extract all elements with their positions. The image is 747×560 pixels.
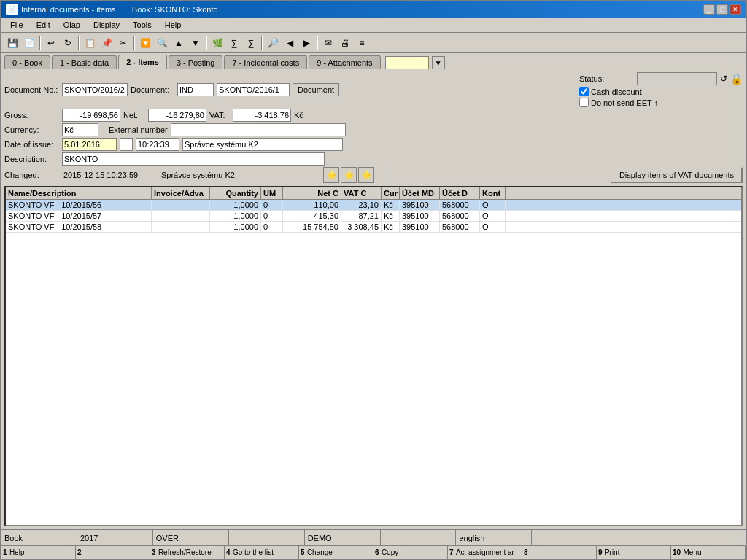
tb-find-next[interactable]: ▶ <box>298 35 314 51</box>
col-header-ucetmd: Účet MD <box>400 187 440 199</box>
date-input[interactable] <box>62 138 117 151</box>
tb-filter[interactable]: 🔽 <box>137 35 153 51</box>
net-label: Net: <box>123 111 145 120</box>
menu-tools[interactable]: Tools <box>127 19 158 31</box>
col-header-quantity: Quantity <box>210 187 261 199</box>
menu-edit[interactable]: Edit <box>31 19 56 31</box>
menu-olap[interactable]: Olap <box>58 19 86 31</box>
tb-paste[interactable]: 📌 <box>98 35 115 51</box>
col-header-scroll <box>506 187 517 199</box>
tb-copy[interactable]: 📋 <box>82 35 98 51</box>
cash-discount-label: Cash discount <box>591 88 642 96</box>
window-controls: _ □ ✕ <box>703 4 741 15</box>
tb-sort-up[interactable]: ▲ <box>171 35 187 51</box>
cell-ucetd-3: 568000 <box>440 222 480 232</box>
tab-3-posting[interactable]: 3 - Posting <box>169 55 223 69</box>
shortcut-2[interactable]: 2- <box>76 546 150 559</box>
status-cell-empty1 <box>229 530 305 545</box>
tab-extra-arrow[interactable]: ▼ <box>432 56 445 69</box>
tb-new[interactable]: 📄 <box>21 35 37 51</box>
tab-1-basic-data[interactable]: 1 - Basic data <box>52 55 117 69</box>
close-button[interactable]: ✕ <box>729 4 741 15</box>
description-input[interactable] <box>62 152 325 166</box>
status-select[interactable] <box>637 72 717 85</box>
date-dropdown[interactable] <box>120 138 133 151</box>
shortcut-3[interactable]: 3-Refresh/Restore <box>150 546 225 559</box>
tb-undo[interactable]: ↩ <box>43 35 59 51</box>
time-input[interactable] <box>136 138 179 151</box>
currency-row: Currency: Kč External number <box>4 123 743 136</box>
toolbar-sep-3 <box>133 36 135 50</box>
external-number-label: External number <box>109 125 168 134</box>
action-icon-2[interactable]: ⭐ <box>341 167 357 183</box>
doc-no-input[interactable] <box>62 83 128 96</box>
shortcut-9[interactable]: 9-Print <box>597 546 671 559</box>
grid-container: Name/Description Invoice/Adva Quantity U… <box>4 186 743 526</box>
document-button[interactable]: Document <box>293 83 339 96</box>
shortcut-6[interactable]: 6-Copy <box>374 546 448 559</box>
display-items-button[interactable]: Display items of VAT documents <box>611 167 743 183</box>
tb-tree[interactable]: 🌿 <box>209 35 225 51</box>
minimize-button[interactable]: _ <box>703 4 715 15</box>
tb-redo[interactable]: ↻ <box>60 35 76 51</box>
tab-extra-input[interactable] <box>385 56 429 69</box>
cell-qty-3: -1,0000 <box>210 222 261 232</box>
shortcut-8[interactable]: 8- <box>522 546 597 559</box>
action-icon-1[interactable]: ⭐ <box>323 167 339 183</box>
tb-print[interactable]: 🖨 <box>337 35 353 51</box>
external-number-input[interactable] <box>171 123 346 136</box>
menu-help[interactable]: Help <box>159 19 187 31</box>
gross-input[interactable] <box>62 109 120 122</box>
table-row[interactable]: SKONTO VF - 10/2015/57 -1,0000 0 -415,30… <box>6 211 741 222</box>
tab-2-items[interactable]: 2 - Items <box>118 55 167 69</box>
shortcut-label-1: -Help <box>7 548 25 556</box>
do-not-send-checkbox[interactable] <box>579 98 589 107</box>
tab-9-attachments[interactable]: 9 - Attachments <box>309 55 380 69</box>
col-header-vatc: VAT C <box>341 187 382 199</box>
tb-save[interactable]: 💾 <box>4 35 20 51</box>
col-header-kont: Kont <box>480 187 506 199</box>
cell-invoice-1 <box>152 200 210 210</box>
tb-find[interactable]: 🔎 <box>265 35 281 51</box>
status-cell-demo: DEMO <box>305 530 381 545</box>
status-cell-empty3 <box>532 530 746 545</box>
table-row[interactable]: SKONTO VF - 10/2015/56 -1,0000 0 -110,00… <box>6 200 741 211</box>
shortcut-label-5: -Change <box>305 548 333 556</box>
doc-ref-input[interactable] <box>217 83 290 96</box>
date-row: Date of issue: <box>4 138 743 151</box>
shortcut-5[interactable]: 5-Change <box>299 546 374 559</box>
cell-cur-3: Kč <box>382 222 400 232</box>
currency-select[interactable]: Kč <box>62 123 98 136</box>
cell-netc-1: -110,00 <box>283 200 341 210</box>
tb-sum2[interactable]: ∑ <box>243 35 259 51</box>
tb-menu[interactable]: ≡ <box>354 35 370 51</box>
col-header-ucetd: Účet D <box>440 187 480 199</box>
action-icon-3[interactable]: ⭐ <box>358 167 374 183</box>
shortcut-7[interactable]: 7-Ac. assignment ar <box>448 546 522 559</box>
tb-cut[interactable]: ✂ <box>115 35 131 51</box>
shortcut-num-10: 10 <box>673 548 681 556</box>
status-refresh-icon[interactable]: ↺ <box>720 74 727 84</box>
tab-0-book[interactable]: 0 - Book <box>4 55 50 69</box>
vat-input[interactable] <box>233 109 291 122</box>
tb-search[interactable]: 🔍 <box>154 35 170 51</box>
document-type-select[interactable]: IND <box>177 83 214 96</box>
description-label: Description: <box>4 155 59 163</box>
shortcut-4[interactable]: 4-Go to the list <box>225 546 299 559</box>
menu-display[interactable]: Display <box>88 19 125 31</box>
net-input[interactable] <box>148 109 206 122</box>
author-input[interactable] <box>182 138 343 151</box>
maximize-button[interactable]: □ <box>716 4 728 15</box>
shortcut-1[interactable]: 1-Help <box>1 546 76 559</box>
tb-email[interactable]: ✉ <box>320 35 336 51</box>
table-row[interactable]: SKONTO VF - 10/2015/58 -1,0000 0 -15 754… <box>6 222 741 233</box>
tab-7-incidental[interactable]: 7 - Incidental costs <box>224 55 307 69</box>
shortcut-10[interactable]: 10-Menu <box>671 546 746 559</box>
tb-find-prev[interactable]: ◀ <box>282 35 298 51</box>
menu-file[interactable]: File <box>4 19 29 31</box>
cash-discount-checkbox[interactable] <box>579 87 589 96</box>
tb-sort-down[interactable]: ▼ <box>187 35 204 51</box>
date-label: Date of issue: <box>4 140 59 149</box>
shortcut-label-10: -Menu <box>681 548 701 556</box>
tb-sum[interactable]: ∑ <box>226 35 242 51</box>
